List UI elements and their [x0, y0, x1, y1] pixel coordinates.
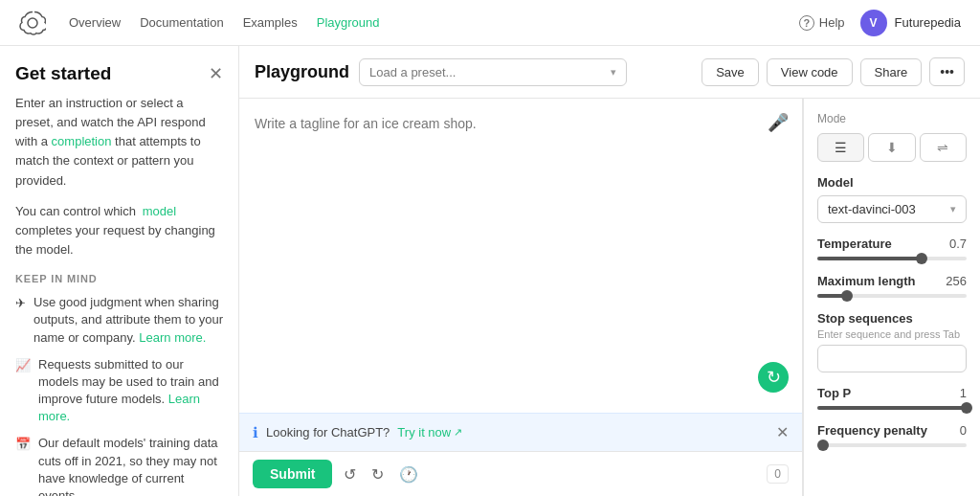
help-label: Help — [819, 15, 845, 30]
submit-button[interactable]: Submit — [253, 460, 332, 488]
bottom-bar: Submit ↺ ↻ 🕐 0 — [239, 451, 802, 496]
help-circle-icon: ? — [799, 15, 814, 31]
sidebar: Get started ✕ Enter an instruction or se… — [0, 46, 239, 496]
playground-textarea[interactable] — [239, 99, 802, 413]
max-length-value: 256 — [946, 274, 967, 288]
model-section: Model text-davinci-003 ▾ — [817, 175, 967, 223]
logo-icon[interactable] — [19, 10, 46, 36]
avatar: V — [860, 10, 887, 36]
content-area: 🎤 ↻ ℹ Looking for ChatGPT? Try it now ↗ … — [239, 99, 980, 496]
learn-more-link-2[interactable]: Learn more. — [38, 392, 200, 423]
calendar-icon: 📅 — [15, 436, 31, 453]
more-options-button[interactable]: ••• — [929, 57, 965, 86]
max-length-label: Maximum length — [817, 274, 916, 288]
mode-section: Mode ☰ ⬇ ⇌ — [817, 112, 967, 162]
mode-label: Mode — [817, 112, 967, 125]
sidebar-desc-1: Enter an instruction or select a preset,… — [15, 94, 223, 191]
preset-dropdown[interactable]: Load a preset... ▾ — [359, 58, 627, 86]
freq-penalty-label: Frequency penalty — [817, 423, 927, 438]
temperature-slider-track — [817, 257, 967, 260]
info-icon: ℹ — [253, 424, 258, 441]
playground-title: Playground — [255, 62, 349, 82]
stop-seq-input[interactable] — [817, 345, 967, 372]
stop-seq-hint: Enter sequence and press Tab — [817, 328, 967, 340]
learn-more-link-1[interactable]: Learn more. — [139, 330, 206, 345]
model-link[interactable]: model — [143, 204, 176, 218]
temperature-slider-fill — [817, 257, 922, 260]
list-item: 📅 Our default models' training data cuts… — [15, 435, 223, 496]
nav-link-examples[interactable]: Examples — [243, 15, 298, 30]
nav-right: ? Help V Futurepedia — [799, 10, 961, 36]
completion-link[interactable]: completion — [52, 134, 112, 148]
top-nav: Overview Documentation Examples Playgrou… — [0, 0, 980, 46]
share-button[interactable]: Share — [860, 58, 923, 86]
user-menu[interactable]: V Futurepedia — [860, 10, 961, 36]
send-icon: ✈ — [15, 295, 26, 312]
top-p-label: Top P — [817, 386, 851, 400]
list-item: 📈 Requests submitted to our models may b… — [15, 356, 223, 426]
save-button[interactable]: Save — [702, 58, 759, 86]
freq-penalty-slider-thumb[interactable] — [817, 440, 829, 451]
help-button[interactable]: ? Help — [799, 15, 845, 31]
top-p-slider-thumb[interactable] — [961, 402, 972, 414]
temperature-value: 0.7 — [949, 237, 967, 251]
pulse-icon: 📈 — [15, 357, 31, 374]
temperature-label: Temperature — [817, 237, 892, 251]
chevron-down-icon: ▾ — [611, 66, 616, 79]
svg-point-0 — [28, 18, 37, 28]
main-layout: Get started ✕ Enter an instruction or se… — [0, 46, 980, 496]
settings-panel: Mode ☰ ⬇ ⇌ Model text-davinci-003 ▾ — [803, 99, 980, 496]
sidebar-items: ✈ Use good judgment when sharing outputs… — [15, 294, 223, 496]
model-label: Model — [817, 175, 967, 190]
top-p-slider-fill — [817, 406, 967, 410]
model-chevron-icon: ▾ — [950, 203, 956, 215]
text-panel: 🎤 ↻ ℹ Looking for ChatGPT? Try it now ↗ … — [239, 99, 803, 496]
playground-area: Playground Load a preset... ▾ Save View … — [239, 46, 980, 496]
playground-header: Playground Load a preset... ▾ Save View … — [239, 46, 980, 99]
max-length-slider-track — [817, 294, 967, 298]
max-length-slider-thumb[interactable] — [841, 290, 853, 302]
model-value: text-davinci-003 — [828, 202, 916, 216]
mode-edit-button[interactable]: ⇌ — [920, 133, 967, 162]
temperature-slider-thumb[interactable] — [916, 253, 927, 264]
try-it-now-link[interactable]: Try it now ↗ — [397, 425, 462, 440]
temperature-section: Temperature 0.7 — [817, 237, 967, 260]
keep-in-mind-section: KEEP IN MIND ✈ Use good judgment when sh… — [15, 273, 223, 496]
nav-link-documentation[interactable]: Documentation — [140, 15, 223, 30]
banner-close-button[interactable]: ✕ — [776, 423, 789, 441]
try-it-now-label: Try it now — [397, 425, 451, 440]
refresh-button[interactable]: ↺ — [340, 462, 360, 487]
mode-insert-button[interactable]: ⬇ — [868, 133, 915, 162]
nav-links: Overview Documentation Examples Playgrou… — [69, 15, 380, 30]
stop-seq-label: Stop sequences — [817, 311, 967, 326]
sidebar-close-button[interactable]: ✕ — [209, 63, 223, 84]
view-code-button[interactable]: View code — [767, 58, 853, 86]
chatgpt-banner: ℹ Looking for ChatGPT? Try it now ↗ ✕ — [239, 413, 802, 451]
keep-in-mind-label: KEEP IN MIND — [15, 273, 223, 284]
stop-sequences-section: Stop sequences Enter sequence and press … — [817, 311, 967, 372]
max-length-section: Maximum length 256 — [817, 274, 967, 298]
username: Futurepedia — [895, 15, 961, 30]
generate-button[interactable]: ↻ — [758, 362, 789, 393]
redo-button[interactable]: ↻ — [368, 462, 388, 487]
sidebar-title: Get started — [15, 63, 111, 84]
mic-icon[interactable]: 🎤 — [768, 112, 789, 133]
nav-link-playground[interactable]: Playground — [317, 15, 380, 30]
model-dropdown[interactable]: text-davinci-003 ▾ — [817, 195, 967, 223]
sidebar-desc-2: You can control which model completes yo… — [15, 202, 223, 259]
external-link-icon: ↗ — [454, 426, 462, 439]
list-item: ✈ Use good judgment when sharing outputs… — [15, 294, 223, 347]
history-button[interactable]: 🕐 — [395, 462, 422, 487]
top-p-value: 1 — [960, 386, 967, 400]
freq-penalty-value: 0 — [960, 423, 967, 438]
mode-buttons: ☰ ⬇ ⇌ — [817, 133, 967, 162]
top-p-section: Top P 1 — [817, 386, 967, 410]
top-p-slider-track — [817, 406, 967, 410]
preset-placeholder: Load a preset... — [369, 65, 456, 79]
nav-link-overview[interactable]: Overview — [69, 15, 121, 30]
freq-penalty-section: Frequency penalty 0 — [817, 423, 967, 447]
mode-text-button[interactable]: ☰ — [817, 133, 864, 162]
freq-penalty-slider-track — [817, 443, 967, 447]
banner-text: Looking for ChatGPT? — [266, 425, 390, 440]
token-count: 0 — [767, 464, 789, 484]
